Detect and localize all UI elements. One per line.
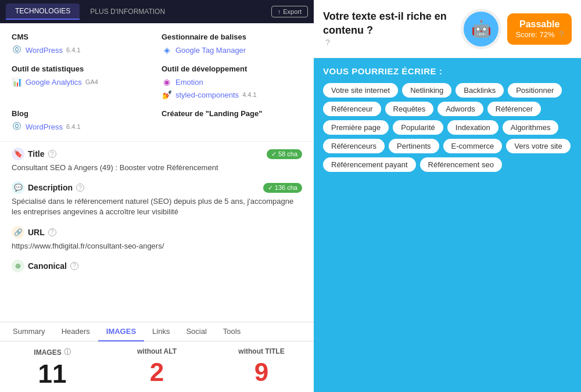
- right-panel: Votre texte est-il riche en contenu ? ? …: [314, 0, 581, 392]
- canonical-help-icon[interactable]: ?: [70, 262, 78, 270]
- ga-icon: 📊: [12, 77, 22, 87]
- tech-item-styled: 💅 styled-components 4.4.1: [162, 89, 302, 100]
- info-icon-images[interactable]: ⓘ: [64, 347, 71, 357]
- suggestion-tag-10[interactable]: Indexation: [447, 120, 498, 135]
- emotion-icon: ◉: [162, 77, 172, 87]
- col1-value: 11: [0, 359, 105, 389]
- suggestion-tag-14[interactable]: E-commerce: [443, 139, 503, 153]
- tech-landing-page: Créateur de "Landing Page": [162, 109, 302, 132]
- banner-text-block: Votre texte est-il riche en contenu ? ?: [323, 10, 455, 48]
- seo-description-header: 💬 Description ? ✓ 136 cha: [12, 181, 302, 194]
- suggestion-tag-17[interactable]: Référencement seo: [420, 157, 502, 172]
- score-label: Passable: [515, 19, 564, 30]
- description-char-count: 136 cha: [275, 184, 297, 191]
- suggestion-tag-13[interactable]: Pertinents: [389, 139, 439, 153]
- robot-avatar: 🤖: [461, 9, 501, 49]
- col2-value: 2: [105, 358, 209, 387]
- tech-cms: CMS ⓪ WordPress 6.4.1: [12, 33, 152, 55]
- suggestion-tag-15[interactable]: Vers votre site: [506, 139, 570, 153]
- btab-social[interactable]: Social: [178, 322, 214, 341]
- suggestion-tag-11[interactable]: Algorithmes: [503, 120, 559, 135]
- title-value: Consultant SEO à Angers (49) : Booster v…: [12, 163, 302, 173]
- tech-item-wordpress-blog: ⓪ WordPress 6.4.1: [12, 121, 152, 132]
- suggestion-tag-16[interactable]: Référencement payant: [323, 157, 416, 172]
- btab-links[interactable]: Links: [144, 322, 178, 341]
- images-col2: without ALT 2: [105, 347, 209, 389]
- suggestion-tag-12[interactable]: Référenceurs: [323, 139, 385, 153]
- title-char-count: 58 cha: [278, 150, 297, 157]
- cms-label: CMS: [12, 33, 152, 41]
- seo-url-header: 🔗 URL ?: [12, 226, 302, 239]
- seo-fields: 🔖 Title ? ✓ 58 cha Consultant SEO à Ange…: [0, 142, 314, 322]
- suggestion-tag-8[interactable]: Première page: [323, 120, 389, 135]
- blog-label: Blog: [12, 109, 152, 118]
- tech-item-ga: 📊 Google Analytics GA4: [12, 77, 152, 87]
- canonical-label: Canonical: [28, 261, 67, 271]
- tag-manager-label: Gestionnaire de balises: [162, 33, 302, 41]
- btab-summary[interactable]: Summary: [5, 322, 53, 341]
- description-help-icon[interactable]: ?: [76, 184, 84, 192]
- tab-technologies[interactable]: TECHNOLOGIES: [6, 3, 80, 20]
- images-table: IMAGES ⓘ 11 without ALT 2 without TITLE …: [0, 341, 314, 392]
- wordpress-blog-icon: ⓪: [12, 121, 22, 132]
- suggestion-tag-6[interactable]: Adwords: [437, 102, 483, 116]
- title-label: Title: [28, 149, 45, 159]
- description-label: Description: [28, 183, 73, 192]
- url-help-icon[interactable]: ?: [48, 228, 56, 236]
- score-help-icon[interactable]: ?: [559, 30, 564, 39]
- tech-item-gtm: ◈ Google Tag Manager: [162, 45, 302, 55]
- left-panel: TECHNOLOGIES PLUS D'INFORMATION ↑ Export…: [0, 0, 314, 392]
- styled-version: 4.4.1: [242, 91, 256, 98]
- tech-item-wordpress-cms: ⓪ WordPress 6.4.1: [12, 45, 152, 55]
- btab-headers[interactable]: Headers: [53, 322, 98, 341]
- suggestion-tag-0[interactable]: Votre site internet: [323, 83, 398, 98]
- score-badge: Passable Score: 72% ?: [507, 13, 572, 45]
- col1-header: IMAGES ⓘ: [0, 347, 105, 357]
- url-value: https://www.fhdigital.fr/consultant-seo-…: [12, 241, 302, 251]
- emotion-link[interactable]: Emotion: [175, 78, 203, 87]
- export-icon: ↑: [278, 8, 281, 15]
- description-badge: ✓ 136 cha: [263, 183, 302, 193]
- suggestion-tag-3[interactable]: Positionner: [508, 83, 562, 98]
- bottom-tabs: Summary Headers IMAGES Links Social Tool…: [0, 322, 314, 341]
- gtm-icon: ◈: [162, 45, 172, 55]
- title-help-icon[interactable]: ?: [48, 150, 56, 158]
- btab-tools[interactable]: Tools: [215, 322, 249, 341]
- suggestion-tag-1[interactable]: Netlinking: [402, 83, 451, 98]
- suggestion-tags: Votre site internetNetlinkingBacklinksPo…: [323, 83, 572, 172]
- analytics-label: Outil de statistiques: [12, 64, 152, 73]
- tech-analytics: Outil de statistiques 📊 Google Analytics…: [12, 64, 152, 100]
- tech-grid: CMS ⓪ WordPress 6.4.1 Gestionnaire de ba…: [12, 33, 302, 132]
- title-field-icon: 🔖: [12, 148, 24, 160]
- suggestion-tag-4[interactable]: Référenceur: [323, 102, 381, 116]
- wordpress-cms-link[interactable]: WordPress: [26, 46, 63, 55]
- suggestion-title: VOUS POURRIEZ ÉCRIRE :: [323, 66, 572, 76]
- styled-icon: 💅: [162, 89, 172, 100]
- seo-canonical-header: ⊕ Canonical ?: [12, 260, 302, 272]
- tab-plus-info[interactable]: PLUS D'INFORMATION: [81, 4, 174, 19]
- suggestion-section: VOUS POURRIEZ ÉCRIRE : Votre site intern…: [314, 58, 581, 392]
- title-badge: ✓ 58 cha: [267, 149, 302, 159]
- col3-value: 9: [209, 358, 314, 387]
- col3-header: without TITLE: [209, 347, 314, 355]
- wordpress-blog-link[interactable]: WordPress: [26, 123, 63, 131]
- btab-images[interactable]: IMAGES: [98, 322, 144, 341]
- styled-link[interactable]: styled-components: [175, 91, 239, 99]
- description-value: Spécialisé dans le référencement naturel…: [12, 196, 302, 217]
- seo-field-title: 🔖 Title ? ✓ 58 cha Consultant SEO à Ange…: [12, 148, 302, 173]
- export-button[interactable]: ↑ Export: [271, 6, 308, 17]
- url-field-icon: 🔗: [12, 226, 24, 239]
- suggestion-tag-2[interactable]: Backlinks: [456, 83, 504, 98]
- tech-item-emotion: ◉ Emotion: [162, 77, 302, 87]
- robot-face: 🤖: [464, 12, 498, 46]
- images-col1: IMAGES ⓘ 11: [0, 347, 105, 389]
- suggestion-tag-7[interactable]: Référencer: [487, 102, 541, 116]
- bottom-section: Summary Headers IMAGES Links Social Tool…: [0, 322, 314, 392]
- seo-field-description: 💬 Description ? ✓ 136 cha Spécialisé dan…: [12, 181, 302, 217]
- seo-field-canonical: ⊕ Canonical ?: [12, 260, 302, 272]
- ga-link[interactable]: Google Analytics: [26, 78, 82, 87]
- suggestion-tag-9[interactable]: Popularité: [393, 120, 443, 135]
- gtm-link[interactable]: Google Tag Manager: [175, 46, 246, 55]
- suggestion-tag-5[interactable]: Requêtes: [385, 102, 434, 116]
- banner-help-icon[interactable]: ?: [325, 38, 330, 47]
